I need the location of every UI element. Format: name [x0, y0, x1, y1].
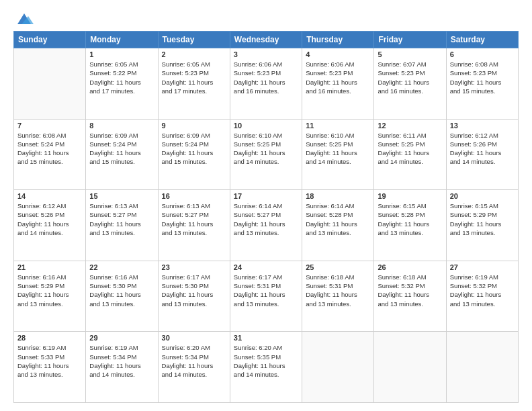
day-number: 20 [450, 192, 515, 200]
day-info: Sunrise: 6:15 AM Sunset: 5:28 PM Dayligh… [378, 201, 442, 237]
calendar-cell [302, 332, 374, 403]
day-info: Sunrise: 6:07 AM Sunset: 5:23 PM Dayligh… [378, 60, 442, 95]
day-number: 1 [89, 50, 154, 58]
weekday-header: Saturday [446, 32, 518, 48]
calendar-cell: 1Sunrise: 6:05 AM Sunset: 5:22 PM Daylig… [86, 48, 158, 120]
day-number: 16 [162, 192, 226, 200]
day-info: Sunrise: 6:16 AM Sunset: 5:29 PM Dayligh… [17, 273, 82, 308]
weekday-header: Sunday [14, 32, 86, 48]
calendar-cell: 11Sunrise: 6:10 AM Sunset: 5:25 PM Dayli… [302, 119, 374, 190]
calendar-cell: 2Sunrise: 6:05 AM Sunset: 5:23 PM Daylig… [158, 48, 230, 120]
day-info: Sunrise: 6:14 AM Sunset: 5:27 PM Dayligh… [234, 201, 298, 237]
day-info: Sunrise: 6:06 AM Sunset: 5:23 PM Dayligh… [234, 60, 298, 95]
weekday-header: Friday [374, 32, 446, 48]
weekday-header: Monday [86, 32, 158, 48]
weekday-header: Wednesday [230, 32, 302, 48]
day-number: 10 [234, 122, 298, 130]
day-number: 4 [306, 50, 370, 58]
day-info: Sunrise: 6:12 AM Sunset: 5:26 PM Dayligh… [17, 201, 82, 237]
header [13, 12, 519, 24]
calendar-cell: 4Sunrise: 6:06 AM Sunset: 5:23 PM Daylig… [302, 48, 374, 120]
calendar-cell: 26Sunrise: 6:18 AM Sunset: 5:32 PM Dayli… [374, 261, 446, 332]
calendar-cell: 6Sunrise: 6:08 AM Sunset: 5:23 PM Daylig… [446, 48, 518, 120]
day-info: Sunrise: 6:19 AM Sunset: 5:32 PM Dayligh… [450, 273, 515, 308]
logo-text [13, 12, 34, 27]
calendar-cell: 20Sunrise: 6:15 AM Sunset: 5:29 PM Dayli… [446, 190, 518, 261]
day-info: Sunrise: 6:14 AM Sunset: 5:28 PM Dayligh… [306, 201, 370, 237]
day-info: Sunrise: 6:06 AM Sunset: 5:23 PM Dayligh… [306, 60, 370, 95]
calendar-week-row: 1Sunrise: 6:05 AM Sunset: 5:22 PM Daylig… [14, 48, 519, 120]
calendar-cell: 23Sunrise: 6:17 AM Sunset: 5:30 PM Dayli… [158, 261, 230, 332]
calendar-cell: 18Sunrise: 6:14 AM Sunset: 5:28 PM Dayli… [302, 190, 374, 261]
page: SundayMondayTuesdayWednesdayThursdayFrid… [0, 0, 532, 411]
day-number: 7 [17, 122, 82, 130]
day-number: 5 [378, 50, 442, 58]
calendar-cell: 7Sunrise: 6:08 AM Sunset: 5:24 PM Daylig… [14, 119, 86, 190]
day-info: Sunrise: 6:19 AM Sunset: 5:34 PM Dayligh… [89, 343, 154, 379]
day-number: 27 [450, 263, 515, 271]
day-number: 12 [378, 122, 442, 130]
day-info: Sunrise: 6:15 AM Sunset: 5:29 PM Dayligh… [450, 201, 515, 237]
calendar-week-row: 7Sunrise: 6:08 AM Sunset: 5:24 PM Daylig… [14, 119, 519, 190]
day-number: 3 [234, 50, 298, 58]
calendar-cell: 14Sunrise: 6:12 AM Sunset: 5:26 PM Dayli… [14, 190, 86, 261]
day-info: Sunrise: 6:20 AM Sunset: 5:34 PM Dayligh… [162, 343, 226, 379]
day-number: 30 [162, 334, 226, 342]
calendar-cell: 10Sunrise: 6:10 AM Sunset: 5:25 PM Dayli… [230, 119, 302, 190]
calendar-cell: 19Sunrise: 6:15 AM Sunset: 5:28 PM Dayli… [374, 190, 446, 261]
day-info: Sunrise: 6:19 AM Sunset: 5:33 PM Dayligh… [17, 343, 82, 379]
day-info: Sunrise: 6:17 AM Sunset: 5:31 PM Dayligh… [234, 273, 298, 308]
calendar-cell: 15Sunrise: 6:13 AM Sunset: 5:27 PM Dayli… [86, 190, 158, 261]
day-info: Sunrise: 6:18 AM Sunset: 5:32 PM Dayligh… [378, 273, 442, 308]
day-number: 21 [17, 263, 82, 271]
day-number: 24 [234, 263, 298, 271]
calendar-cell: 17Sunrise: 6:14 AM Sunset: 5:27 PM Dayli… [230, 190, 302, 261]
day-number: 11 [306, 122, 370, 130]
day-info: Sunrise: 6:08 AM Sunset: 5:23 PM Dayligh… [450, 60, 515, 95]
calendar-cell: 29Sunrise: 6:19 AM Sunset: 5:34 PM Dayli… [86, 332, 158, 403]
day-info: Sunrise: 6:13 AM Sunset: 5:27 PM Dayligh… [162, 201, 226, 237]
calendar-week-row: 28Sunrise: 6:19 AM Sunset: 5:33 PM Dayli… [14, 332, 519, 403]
day-number: 8 [89, 122, 154, 130]
day-info: Sunrise: 6:12 AM Sunset: 5:26 PM Dayligh… [450, 131, 515, 167]
calendar-cell: 22Sunrise: 6:16 AM Sunset: 5:30 PM Dayli… [86, 261, 158, 332]
weekday-header: Tuesday [158, 32, 230, 48]
day-number: 26 [378, 263, 442, 271]
day-number: 6 [450, 50, 515, 58]
calendar-cell [14, 48, 86, 120]
day-info: Sunrise: 6:17 AM Sunset: 5:30 PM Dayligh… [162, 273, 226, 308]
day-info: Sunrise: 6:05 AM Sunset: 5:22 PM Dayligh… [89, 60, 154, 95]
day-number: 23 [162, 263, 226, 271]
calendar-cell: 25Sunrise: 6:18 AM Sunset: 5:31 PM Dayli… [302, 261, 374, 332]
calendar-cell: 31Sunrise: 6:20 AM Sunset: 5:35 PM Dayli… [230, 332, 302, 403]
day-number: 14 [17, 192, 82, 200]
day-number: 22 [89, 263, 154, 271]
calendar-cell: 27Sunrise: 6:19 AM Sunset: 5:32 PM Dayli… [446, 261, 518, 332]
calendar-cell: 21Sunrise: 6:16 AM Sunset: 5:29 PM Dayli… [14, 261, 86, 332]
calendar-cell [446, 332, 518, 403]
calendar-cell: 9Sunrise: 6:09 AM Sunset: 5:24 PM Daylig… [158, 119, 230, 190]
day-number: 2 [162, 50, 226, 58]
day-info: Sunrise: 6:20 AM Sunset: 5:35 PM Dayligh… [234, 343, 298, 379]
calendar-cell: 3Sunrise: 6:06 AM Sunset: 5:23 PM Daylig… [230, 48, 302, 120]
day-number: 9 [162, 122, 226, 130]
day-number: 15 [89, 192, 154, 200]
day-info: Sunrise: 6:09 AM Sunset: 5:24 PM Dayligh… [89, 131, 154, 167]
calendar-header-row: SundayMondayTuesdayWednesdayThursdayFrid… [14, 32, 519, 48]
day-info: Sunrise: 6:05 AM Sunset: 5:23 PM Dayligh… [162, 60, 226, 95]
calendar-cell: 5Sunrise: 6:07 AM Sunset: 5:23 PM Daylig… [374, 48, 446, 120]
logo [13, 12, 34, 24]
day-number: 28 [17, 334, 82, 342]
calendar-week-row: 14Sunrise: 6:12 AM Sunset: 5:26 PM Dayli… [14, 190, 519, 261]
day-info: Sunrise: 6:13 AM Sunset: 5:27 PM Dayligh… [89, 201, 154, 237]
day-number: 17 [234, 192, 298, 200]
calendar-cell: 24Sunrise: 6:17 AM Sunset: 5:31 PM Dayli… [230, 261, 302, 332]
day-number: 29 [89, 334, 154, 342]
day-info: Sunrise: 6:18 AM Sunset: 5:31 PM Dayligh… [306, 273, 370, 308]
weekday-header: Thursday [302, 32, 374, 48]
calendar-week-row: 21Sunrise: 6:16 AM Sunset: 5:29 PM Dayli… [14, 261, 519, 332]
calendar-cell: 12Sunrise: 6:11 AM Sunset: 5:25 PM Dayli… [374, 119, 446, 190]
calendar-cell: 28Sunrise: 6:19 AM Sunset: 5:33 PM Dayli… [14, 332, 86, 403]
day-info: Sunrise: 6:10 AM Sunset: 5:25 PM Dayligh… [234, 131, 298, 167]
calendar-cell: 13Sunrise: 6:12 AM Sunset: 5:26 PM Dayli… [446, 119, 518, 190]
